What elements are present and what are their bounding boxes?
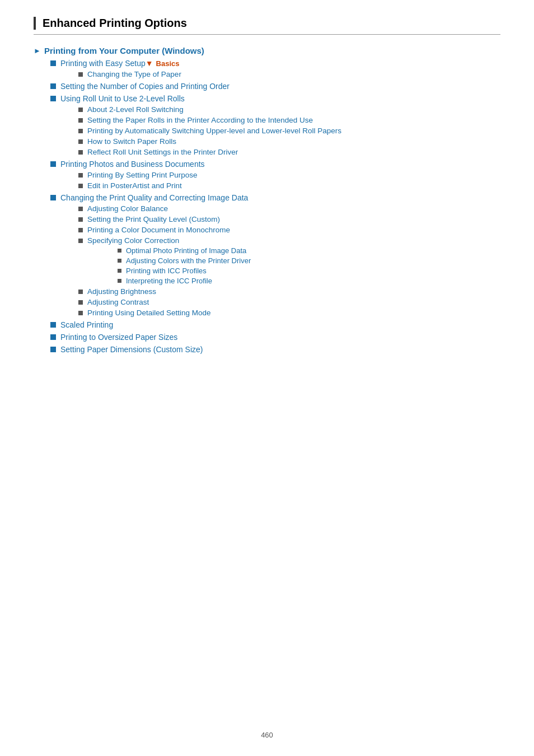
toc-item-color-correction: Specifying Color Correction Optimal Phot… — [78, 236, 500, 285]
l3-link-brightness[interactable]: Adjusting Brightness — [87, 287, 156, 296]
toc-item-auto-switching: Printing by Automatically Switching Uppe… — [78, 127, 500, 135]
l3-row-print-purpose: Printing By Setting Print Purpose — [78, 171, 500, 179]
l4-row-icc-profiles: Printing with ICC Profiles — [118, 267, 500, 275]
toc-item-custom-size: Setting Paper Dimensions (Custom Size) — [50, 345, 500, 354]
easy-setup-children: Changing the Type of Paper — [50, 70, 500, 78]
l3-link-print-quality-level[interactable]: Setting the Print Quality Level (Custom) — [87, 215, 220, 223]
l3-link-monochrome[interactable]: Printing a Color Document in Monochrome — [87, 226, 230, 234]
sm-sq-icon — [78, 108, 83, 112]
sm-sq-icon — [78, 139, 83, 144]
l3-row-color-balance: Adjusting Color Balance — [78, 204, 500, 213]
sq-icon — [50, 347, 56, 352]
sm-sq-icon — [78, 72, 83, 77]
l2-link-easy-setup[interactable]: Printing with Easy Setup — [60, 59, 146, 68]
sq-icon — [50, 322, 56, 328]
l3-link-auto-switching[interactable]: Printing by Automatically Switching Uppe… — [87, 127, 341, 135]
sq-icon — [50, 96, 56, 101]
print-quality-children: Adjusting Color Balance Setting the Prin… — [50, 204, 500, 317]
toc-item-photos-business: Printing Photos and Business Documents P… — [50, 160, 500, 190]
sm-sq-icon — [78, 184, 83, 188]
page-number: 460 — [0, 731, 534, 739]
toc-item-adjusting-colors: Adjusting Colors with the Printer Driver — [118, 256, 500, 265]
photos-business-children: Printing By Setting Print Purpose Edit i… — [50, 171, 500, 190]
l4-link-optimal-photo[interactable]: Optimal Photo Printing of Image Data — [126, 246, 246, 255]
sm-sq-icon — [78, 300, 83, 305]
sq-icon — [50, 195, 56, 200]
toc-item-print-purpose: Printing By Setting Print Purpose — [78, 171, 500, 179]
l2-link-scaled-printing[interactable]: Scaled Printing — [60, 320, 113, 329]
toc-item-easy-setup: Printing with Easy Setup ▼Basics Changin… — [50, 59, 500, 78]
toc-item-reflect-settings: Reflect Roll Unit Settings in the Printe… — [78, 148, 500, 156]
l4-link-icc-profiles[interactable]: Printing with ICC Profiles — [126, 267, 207, 275]
l4-link-icc-profile-interp[interactable]: Interpreting the ICC Profile — [126, 277, 212, 285]
l2-link-print-quality[interactable]: Changing the Print Quality and Correctin… — [60, 193, 248, 202]
l3-row-setting-rolls: Setting the Paper Rolls in the Printer A… — [78, 116, 500, 124]
l3-row-auto-switching: Printing by Automatically Switching Uppe… — [78, 127, 500, 135]
sq-icon — [50, 161, 56, 167]
page-title: Enhanced Printing Options — [43, 17, 187, 29]
xs-sq-icon — [118, 249, 121, 253]
toc-item-setting-rolls: Setting the Paper Rolls in the Printer A… — [78, 116, 500, 124]
toc-item-monochrome: Printing a Color Document in Monochrome — [78, 226, 500, 234]
toc-item-oversized: Printing to Oversized Paper Sizes — [50, 333, 500, 342]
title-divider — [34, 34, 500, 35]
l1-children: Printing with Easy Setup ▼Basics Changin… — [34, 59, 500, 354]
l3-row-contrast: Adjusting Contrast — [78, 298, 500, 306]
l3-row-about-2level: About 2-Level Roll Switching — [78, 105, 500, 114]
l3-link-reflect-settings[interactable]: Reflect Roll Unit Settings in the Printe… — [87, 148, 238, 156]
sq-icon — [50, 60, 56, 66]
l2-link-oversized[interactable]: Printing to Oversized Paper Sizes — [60, 333, 177, 342]
roll-unit-children: About 2-Level Roll Switching Setting the… — [50, 105, 500, 156]
l2-link-roll-unit[interactable]: Using Roll Unit to Use 2-Level Rolls — [60, 94, 185, 103]
l2-link-copies-order[interactable]: Setting the Number of Copies and Printin… — [60, 82, 229, 91]
xs-sq-icon — [118, 279, 121, 283]
l3-link-switch-rolls[interactable]: How to Switch Paper Rolls — [87, 137, 176, 146]
toc-item-copies-order: Setting the Number of Copies and Printin… — [50, 82, 500, 91]
toc-item-scaled-printing: Scaled Printing — [50, 320, 500, 329]
l2-row-scaled-printing: Scaled Printing — [50, 320, 500, 329]
l2-row-custom-size: Setting Paper Dimensions (Custom Size) — [50, 345, 500, 354]
l2-row-photos-business: Printing Photos and Business Documents — [50, 160, 500, 169]
sq-icon — [50, 334, 56, 340]
toc-item-detailed-setting: Printing Using Detailed Setting Mode — [78, 309, 500, 317]
sm-sq-icon — [78, 290, 83, 294]
l3-link-color-correction[interactable]: Specifying Color Correction — [87, 236, 179, 245]
l3-row-color-correction: Specifying Color Correction — [78, 236, 500, 245]
l3-link-color-balance[interactable]: Adjusting Color Balance — [87, 204, 168, 213]
l2-row-print-quality: Changing the Print Quality and Correctin… — [50, 193, 500, 202]
basics-triangle-icon: ▼ — [146, 59, 153, 68]
l3-row-print-quality-level: Setting the Print Quality Level (Custom) — [78, 215, 500, 223]
l3-row-monochrome: Printing a Color Document in Monochrome — [78, 226, 500, 234]
sm-sq-icon — [78, 311, 83, 315]
page-container: Enhanced Printing Options ► Printing fro… — [0, 0, 534, 756]
toc-item-roll-unit: Using Roll Unit to Use 2-Level Rolls Abo… — [50, 94, 500, 156]
l3-row-detailed-setting: Printing Using Detailed Setting Mode — [78, 309, 500, 317]
sm-sq-icon — [78, 217, 83, 222]
l3-link-contrast[interactable]: Adjusting Contrast — [87, 298, 149, 306]
sm-sq-icon — [78, 173, 83, 178]
xs-sq-icon — [118, 269, 121, 273]
l4-link-adjusting-colors[interactable]: Adjusting Colors with the Printer Driver — [126, 256, 251, 265]
l3-link-change-paper[interactable]: Changing the Type of Paper — [87, 70, 181, 78]
l3-link-setting-rolls[interactable]: Setting the Paper Rolls in the Printer A… — [87, 116, 313, 124]
l3-link-posterartist[interactable]: Edit in PosterArtist and Print — [87, 181, 182, 190]
arrow-icon: ► — [34, 46, 41, 55]
l2-link-photos-business[interactable]: Printing Photos and Business Documents — [60, 160, 205, 169]
l3-link-detailed-setting[interactable]: Printing Using Detailed Setting Mode — [87, 309, 211, 317]
sm-sq-icon — [78, 129, 83, 133]
l3-row-reflect-settings: Reflect Roll Unit Settings in the Printe… — [78, 148, 500, 156]
basics-badge: Basics — [156, 59, 180, 68]
sq-icon — [50, 83, 56, 89]
l3-link-print-purpose[interactable]: Printing By Setting Print Purpose — [87, 171, 198, 179]
l4-row-icc-profile-interp: Interpreting the ICC Profile — [118, 277, 500, 285]
toc-item-change-paper: Changing the Type of Paper — [78, 70, 500, 78]
l3-row-change-paper: Changing the Type of Paper — [78, 70, 500, 78]
l2-link-custom-size[interactable]: Setting Paper Dimensions (Custom Size) — [60, 345, 203, 354]
sm-sq-icon — [78, 150, 83, 155]
sm-sq-icon — [78, 207, 83, 211]
page-title-section: Enhanced Printing Options — [34, 17, 500, 30]
l1-link-printing-windows[interactable]: Printing from Your Computer (Windows) — [44, 46, 204, 55]
toc-item-l1-printing-windows: ► Printing from Your Computer (Windows) … — [34, 46, 500, 354]
xs-sq-icon — [118, 259, 121, 263]
l3-link-about-2level[interactable]: About 2-Level Roll Switching — [87, 105, 184, 114]
